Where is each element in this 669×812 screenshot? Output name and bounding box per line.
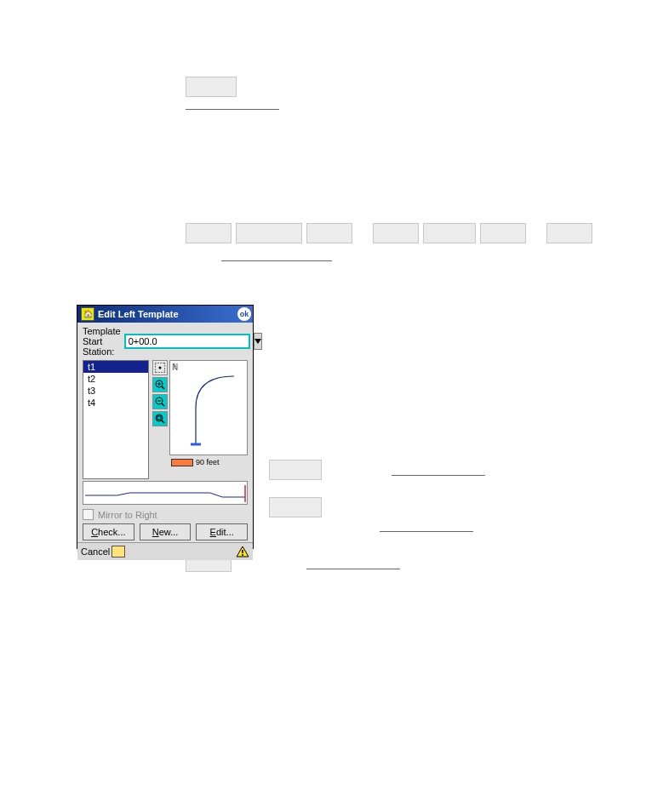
zoom-window-button[interactable] — [152, 411, 168, 426]
svg-line-8 — [162, 403, 164, 406]
chevron-down-icon — [254, 339, 261, 344]
ghost-line — [392, 475, 485, 476]
ghost-button — [186, 77, 237, 97]
edit-left-template-dialog: 🏠 Edit Left Template ok Template Start S… — [77, 305, 254, 549]
edit-button-rest: dit... — [216, 527, 234, 537]
station-row: Template Start Station: — [77, 323, 253, 360]
ghost-button — [186, 223, 232, 243]
ghost-button — [546, 223, 592, 243]
zoom-in-button[interactable] — [152, 377, 168, 392]
preview-column: N 90 feet — [152, 360, 248, 479]
zoom-in-icon — [155, 380, 165, 390]
svg-marker-0 — [254, 339, 261, 344]
ok-button[interactable]: ok — [237, 307, 251, 321]
dialog-title: Edit Left Template — [98, 309, 179, 319]
svg-line-4 — [162, 386, 164, 389]
ghost-button — [269, 460, 322, 480]
new-button[interactable]: New... — [140, 523, 192, 540]
zoom-out-icon — [155, 397, 165, 407]
svg-rect-12 — [157, 416, 161, 420]
mirror-label: Mirror to Right — [98, 510, 157, 520]
list-item[interactable]: t3 — [83, 385, 148, 397]
station-dropdown-button[interactable] — [254, 333, 262, 350]
cancel-button[interactable]: Cancel — [81, 546, 125, 558]
ghost-button — [306, 223, 352, 243]
ghost-line — [306, 569, 400, 569]
preview-top: N — [152, 360, 248, 455]
station-input[interactable] — [124, 334, 250, 349]
list-item[interactable]: t4 — [83, 397, 148, 409]
list-item[interactable]: t1 — [83, 361, 148, 373]
list-item[interactable]: t2 — [83, 373, 148, 385]
check-button-hotkey: C — [91, 527, 98, 537]
ghost-line — [380, 531, 473, 532]
profile-view[interactable] — [83, 481, 248, 505]
scale-bar-icon — [171, 459, 193, 466]
edit-button-hotkey: E — [210, 527, 216, 537]
edit-button[interactable]: Edit... — [196, 523, 248, 540]
station-label-line1: Template Start — [83, 326, 121, 346]
station-label: Template Start Station: — [83, 326, 121, 357]
mirror-checkbox[interactable] — [83, 509, 94, 520]
scale-text: 90 feet — [196, 458, 220, 466]
ghost-button — [236, 223, 302, 243]
new-button-rest: ew... — [159, 527, 179, 537]
svg-point-10 — [156, 415, 163, 421]
ghost-button — [269, 497, 322, 518]
ghost-line — [186, 109, 279, 110]
cancel-label: Cancel — [81, 546, 110, 557]
mirror-row: Mirror to Right — [77, 505, 253, 522]
titlebar: 🏠 Edit Left Template ok — [77, 306, 253, 323]
zoom-extents-icon — [155, 363, 165, 373]
warning-icon[interactable] — [236, 546, 249, 558]
station-label-line2: Station: — [83, 346, 114, 357]
ghost-button — [480, 223, 526, 243]
svg-point-19 — [242, 554, 243, 556]
zoom-window-icon — [155, 414, 165, 424]
keyboard-icon — [112, 546, 125, 558]
check-button-rest: heck... — [98, 527, 125, 537]
new-button-hotkey: N — [152, 527, 159, 537]
ghost-button — [373, 223, 419, 243]
check-button[interactable]: Check... — [83, 523, 134, 540]
app-icon: 🏠 — [81, 307, 94, 321]
svg-marker-14 — [173, 363, 176, 367]
plan-view-graphic — [170, 361, 247, 455]
tool-column — [152, 360, 168, 455]
template-listbox[interactable]: t1 t2 t3 t4 — [83, 360, 149, 479]
button-row: Check... New... Edit... — [77, 522, 253, 542]
profile-graphic — [83, 482, 247, 504]
zoom-out-button[interactable] — [152, 394, 168, 409]
svg-line-11 — [162, 420, 164, 423]
bottom-bar: Cancel — [77, 542, 253, 560]
mid-area: t1 t2 t3 t4 — [77, 360, 253, 479]
plan-view[interactable]: N — [169, 360, 248, 455]
ghost-button — [423, 223, 476, 243]
scale-row: 90 feet — [152, 457, 248, 467]
svg-point-2 — [159, 367, 162, 369]
zoom-extents-button[interactable] — [152, 360, 168, 375]
ghost-line — [221, 260, 332, 261]
